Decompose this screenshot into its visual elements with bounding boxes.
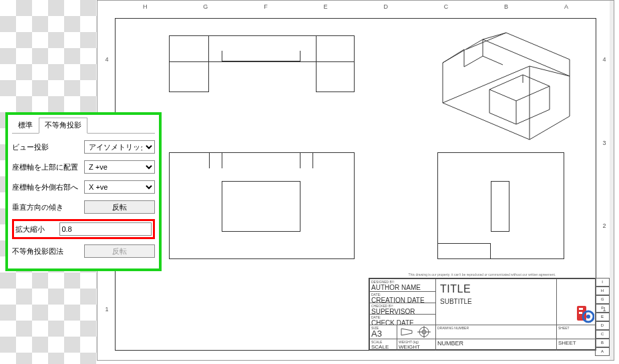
svg-point-9 [586, 315, 590, 319]
tab-axonometric[interactable]: 不等角投影 [39, 118, 87, 134]
view-front-cutout [222, 181, 300, 232]
svg-rect-7 [579, 312, 582, 314]
frame-letters-top: A B C D E F G H [115, 3, 596, 10]
view-top-outline-3 [316, 35, 355, 92]
view-isometric [416, 23, 590, 143]
vertical-tilt-label: 垂直方向の傾き [12, 202, 84, 212]
view-top-outline-2 [169, 35, 209, 92]
svg-marker-0 [401, 329, 412, 335]
scale-input[interactable] [59, 222, 152, 236]
axo-method-label: 不等角投影図法 [12, 246, 84, 256]
footer-note: This drawing is our property; it can't b… [369, 272, 595, 277]
scale-value: SCALE [371, 344, 389, 350]
tab-standard[interactable]: 標準 [12, 118, 39, 133]
freecad-logo-icon [576, 305, 594, 323]
axis-right-label: 座標軸を外側右部へ [12, 182, 84, 192]
sheet-number: SHEET [558, 340, 576, 346]
flip-vertical-button[interactable]: 反転 [84, 200, 155, 214]
view-side-slot [491, 181, 509, 232]
drawing-title: TITLE [440, 283, 552, 295]
view-top-hidden [222, 51, 300, 61]
view-projection-select[interactable]: アイソメトリック [84, 140, 155, 154]
weight-value: WEIGHT [399, 344, 420, 350]
view-front-notch1 [209, 152, 222, 168]
view-projection-label: ビュー投影 [12, 142, 84, 152]
panel-tabs: 標準 不等角投影 [12, 118, 155, 134]
drawing-subtitle: SUBTITLE [440, 298, 552, 305]
author-name: AUTHOR NAME [371, 284, 421, 291]
title-block: DESIGNED BY: AUTHOR NAME DATE: CREATION … [369, 278, 596, 350]
drawing-number: NUMBER [437, 340, 463, 347]
flip-axo-button[interactable]: 反転 [84, 244, 155, 258]
projection-symbol-icon [399, 326, 436, 338]
drawing-frame: DESIGNED BY: AUTHOR NAME DATE: CREATION … [115, 18, 596, 351]
axis-top-label: 座標軸を上部に配置 [12, 162, 84, 172]
svg-rect-6 [579, 308, 583, 310]
scale-row-highlight: 拡大縮小 [12, 219, 155, 239]
drawing-sheet: A B C D E F G H 1 2 3 4 1 2 3 4 [97, 0, 614, 361]
axis-top-select[interactable]: Z +ve [84, 160, 155, 174]
scale-label: 拡大縮小 [15, 224, 59, 234]
view-front-notch2 [300, 152, 313, 168]
axis-right-select[interactable]: X +ve [84, 180, 155, 194]
axonometric-settings-panel: 標準 不等角投影 ビュー投影 アイソメトリック 座標軸を上部に配置 Z +ve … [5, 112, 162, 271]
view-side-step [437, 243, 491, 259]
sheet-size: A3 [371, 329, 382, 339]
